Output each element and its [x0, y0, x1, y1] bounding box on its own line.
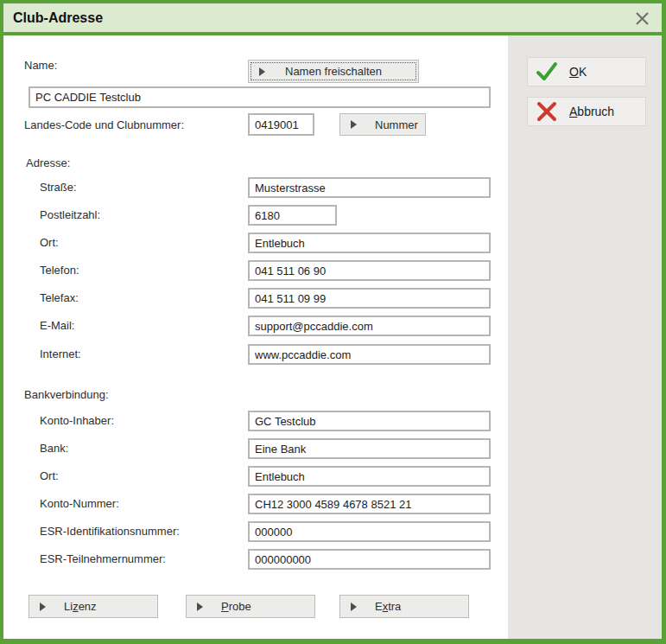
red-cross-icon [536, 100, 558, 123]
fax-input[interactable] [248, 288, 491, 309]
probe-button-label: Probe [221, 596, 251, 617]
fax-label: Telefax: [40, 291, 79, 304]
checkmark-icon [536, 61, 558, 83]
bank-label: Bank: [40, 442, 68, 455]
club-number-input[interactable] [248, 113, 314, 136]
play-triangle-icon [40, 603, 46, 611]
internet-input[interactable] [248, 344, 491, 365]
lizenz-button-label: Lizenz [64, 596, 97, 617]
account-number-label: Konto-Nummer: [40, 497, 119, 510]
zip-label: Postleitzahl: [40, 208, 100, 221]
cancel-button-label: Abbruch [569, 98, 614, 125]
unlock-name-button-label: Namen freischalten [249, 61, 418, 82]
titlebar: Club-Adresse [3, 3, 662, 32]
lizenz-button[interactable]: Lizenz [29, 595, 158, 618]
extra-button[interactable]: Extra [339, 595, 469, 618]
close-icon[interactable] [632, 9, 651, 28]
bank-city-label: Ort: [40, 469, 59, 482]
address-section-label: Adresse: [26, 156, 70, 169]
extra-button-label: Extra [375, 596, 401, 617]
esr-participant-input[interactable] [248, 549, 491, 570]
club-adresse-dialog: Club-Adresse Name: Namen freischalten La… [0, 0, 666, 644]
street-input[interactable] [248, 177, 491, 198]
play-triangle-icon [351, 603, 357, 611]
account-number-input[interactable] [248, 494, 491, 514]
name-input[interactable] [29, 86, 491, 108]
esr-participant-label: ESR-Teilnehmernummer: [40, 552, 166, 565]
city-label: Ort: [40, 236, 59, 249]
number-button[interactable]: Nummer [339, 113, 426, 136]
bank-city-input[interactable] [248, 466, 491, 487]
esr-id-input[interactable] [248, 521, 491, 542]
name-label: Name: [24, 59, 57, 72]
account-holder-label: Konto-Inhaber: [40, 414, 114, 427]
esr-id-label: ESR-Identifikationsnummer: [40, 525, 180, 538]
play-triangle-icon [197, 603, 203, 611]
bank-section-label: Bankverbindung: [24, 388, 109, 401]
country-code-label: Landes-Code und Clubnummer: [24, 118, 184, 131]
unlock-name-button[interactable]: Namen freischalten [248, 60, 419, 83]
ok-button[interactable]: OK [527, 57, 646, 86]
zip-input[interactable] [248, 205, 337, 226]
internet-label: Internet: [40, 348, 81, 360]
number-button-label: Nummer [375, 114, 418, 135]
dialog-title: Club-Adresse [13, 3, 103, 32]
account-holder-input[interactable] [248, 411, 491, 431]
ok-button-label: OK [569, 58, 587, 86]
cancel-button[interactable]: Abbruch [527, 97, 646, 126]
play-triangle-icon [351, 120, 357, 129]
probe-button[interactable]: Probe [186, 595, 315, 618]
email-input[interactable] [248, 316, 491, 336]
city-input[interactable] [248, 233, 491, 253]
bank-input[interactable] [248, 438, 491, 459]
phone-input[interactable] [248, 260, 491, 281]
email-label: E-Mail: [40, 319, 74, 332]
street-label: Straße: [40, 181, 77, 194]
phone-label: Telefon: [40, 264, 79, 277]
